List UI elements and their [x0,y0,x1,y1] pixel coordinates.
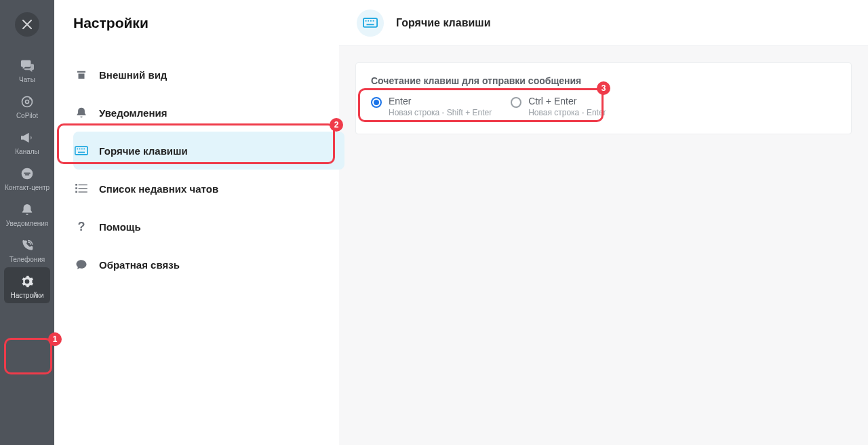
nav-item-contact-center[interactable]: Контакт-центр [0,159,54,195]
svg-rect-15 [79,191,87,192]
chats-icon [20,58,35,73]
svg-rect-10 [75,184,77,186]
nav-label: Настройки [10,292,43,299]
settings-item-feedback[interactable]: Обратная связь [73,246,344,284]
nav-label: CoPilot [16,112,38,119]
main-header-title: Горячие клавиши [396,17,491,29]
settings-item-help[interactable]: ? Помощь [73,208,344,246]
svg-point-1 [26,100,29,104]
settings-title: Настройки [73,15,339,31]
contact-center-icon [20,166,34,181]
annotation-badge-1: 1 [48,332,62,346]
settings-item-label: Обратная связь [99,259,180,271]
main-content: Горячие клавиши Сочетание клавиш для отп… [339,0,868,445]
svg-point-0 [22,97,33,107]
svg-rect-18 [368,20,369,22]
nav-item-chats[interactable]: Чаты [0,52,54,88]
svg-point-2 [29,98,31,100]
radio-title: Enter [389,96,492,107]
svg-rect-11 [79,185,87,185]
radio-subtitle: Новая строка - Enter [528,108,606,117]
svg-rect-14 [75,191,77,193]
settings-item-label: Внешний вид [99,69,167,81]
svg-rect-5 [77,149,78,150]
settings-list: Внешний вид Уведомления Горячие клавиши … [73,56,339,284]
settings-item-recent-chats[interactable]: Список недавних чатов [73,170,344,208]
hotkey-card: Сочетание клавиш для отправки сообщения … [355,62,852,134]
settings-item-notifications[interactable]: Уведомления [73,94,344,132]
phone-icon [20,238,34,253]
copilot-icon [20,94,34,109]
settings-panel: Настройки Внешний вид Уведомления Горячи… [54,0,339,445]
settings-item-hotkeys[interactable]: Горячие клавиши [73,132,344,170]
nav-item-notifications[interactable]: Уведомления [0,195,54,231]
appearance-icon [75,68,88,81]
radio-option-enter[interactable]: Enter Новая строка - Shift + Enter [371,96,492,117]
radio-indicator [371,97,382,108]
settings-item-label: Список недавних чатов [99,183,218,195]
radio-title: Ctrl + Enter [528,96,606,107]
settings-item-label: Помощь [99,221,141,233]
nav-item-settings[interactable]: Настройки [4,267,50,303]
svg-rect-13 [79,188,87,189]
radio-subtitle: Новая строка - Shift + Enter [389,108,492,117]
megaphone-icon [20,130,35,145]
nav-label: Уведомления [6,220,49,227]
nav-item-copilot[interactable]: CoPilot [0,88,54,123]
svg-rect-20 [373,20,374,22]
keyboard-icon [357,9,384,37]
svg-rect-12 [75,187,77,189]
svg-point-3 [22,168,33,180]
gear-icon [20,274,34,289]
svg-rect-4 [75,147,87,155]
radio-group-send: Enter Новая строка - Shift + Enter Ctrl … [371,96,836,117]
radio-option-ctrl-enter[interactable]: Ctrl + Enter Новая строка - Enter [511,96,606,117]
nav-item-channels[interactable]: Каналы [0,123,54,159]
settings-item-appearance[interactable]: Внешний вид [73,56,344,94]
main-body: Сочетание клавиш для отправки сообщения … [339,46,868,151]
annotation-badge-2: 2 [330,118,343,132]
svg-rect-19 [370,20,372,22]
annotation-badge-3: 3 [597,81,610,95]
svg-rect-8 [83,149,85,150]
nav-item-telephony[interactable]: Телефония [0,231,54,267]
svg-rect-17 [366,20,367,22]
nav-rail: Чаты CoPilot Каналы Контакт-центр Уведом [0,0,54,445]
nav-label: Контакт-центр [5,184,50,191]
svg-rect-21 [367,24,374,25]
bell-icon [21,202,33,217]
keyboard-icon [75,144,88,157]
nav-label: Чаты [19,76,35,83]
nav-label: Каналы [15,148,39,155]
settings-item-label: Уведомления [99,107,167,119]
nav-label: Телефония [9,256,45,263]
svg-rect-9 [78,152,85,153]
main-header: Горячие клавиши [339,0,868,46]
bell-icon [75,106,88,119]
svg-rect-7 [81,149,83,150]
speech-bubble-icon [75,258,88,271]
svg-rect-16 [363,18,377,27]
close-button[interactable] [15,12,39,37]
radio-indicator [511,97,521,108]
question-icon: ? [75,220,88,233]
settings-item-label: Горячие клавиши [99,145,188,157]
svg-rect-6 [79,149,81,150]
list-icon [75,182,88,195]
